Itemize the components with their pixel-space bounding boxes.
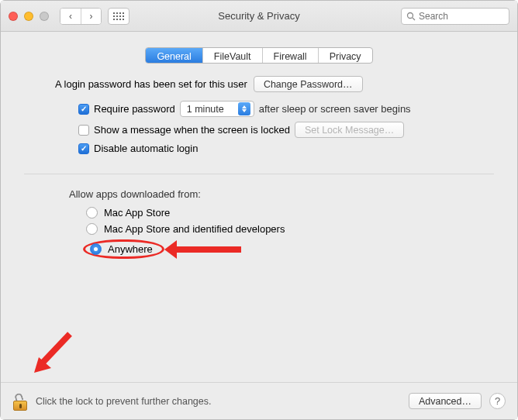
radio-mas-dev-row: Mac App Store and identified developers: [24, 221, 494, 237]
radio-mac-app-store[interactable]: [86, 207, 98, 219]
svg-rect-1: [116, 12, 118, 14]
password-info-text: A login password has been set for this u…: [55, 78, 247, 90]
radio-anywhere-row: Anywhere: [24, 237, 494, 261]
svg-line-13: [413, 18, 415, 20]
svg-rect-7: [123, 15, 124, 17]
svg-rect-9: [116, 19, 118, 20]
window-controls: [9, 12, 49, 21]
close-button[interactable]: [9, 12, 18, 21]
after-sleep-text: after sleep or screen saver begins: [259, 103, 411, 115]
require-password-label: Require password: [94, 103, 175, 115]
download-section: Allow apps downloaded from: Mac App Stor…: [1, 188, 517, 261]
content-area: A login password has been set for this u…: [1, 74, 517, 157]
svg-rect-0: [113, 12, 115, 14]
tab-general[interactable]: General: [146, 48, 202, 63]
password-info-row: A login password has been set for this u…: [24, 74, 494, 92]
svg-point-12: [408, 12, 413, 18]
radio-mas-label: Mac App Store: [104, 207, 170, 219]
tab-privacy[interactable]: Privacy: [318, 48, 372, 63]
search-field[interactable]: [401, 8, 509, 25]
svg-rect-10: [119, 19, 121, 20]
svg-rect-4: [113, 15, 115, 17]
show-message-label: Show a message when the screen is locked: [94, 124, 290, 136]
forward-button[interactable]: ›: [81, 9, 101, 24]
download-section-label: Allow apps downloaded from:: [24, 188, 494, 205]
window-title: Security & Privacy: [218, 10, 299, 22]
footer: Click the lock to prevent further change…: [1, 382, 517, 419]
back-button[interactable]: ‹: [60, 9, 81, 24]
lock-hint-text: Click the lock to prevent further change…: [36, 396, 212, 407]
change-password-button[interactable]: Change Password…: [254, 76, 363, 92]
require-password-row: Require password 1 minute after sleep or…: [24, 98, 494, 119]
tab-filevault[interactable]: FileVault: [202, 48, 262, 63]
annotation-arrow-right: [175, 246, 241, 253]
maximize-button: [40, 12, 49, 21]
show-message-checkbox[interactable]: [78, 125, 89, 136]
require-password-checkbox[interactable]: [78, 104, 89, 115]
disable-auto-login-checkbox[interactable]: [78, 143, 89, 154]
search-icon: [406, 12, 416, 21]
nav-back-forward: ‹ ›: [60, 8, 102, 25]
lock-button[interactable]: [12, 392, 28, 411]
show-all-button[interactable]: [108, 8, 130, 25]
help-button[interactable]: ?: [489, 393, 506, 409]
disable-auto-login-row: Disable automatic login: [24, 140, 494, 157]
tab-firewall[interactable]: Firewall: [262, 48, 318, 63]
radio-mas-and-developers[interactable]: [86, 223, 98, 235]
svg-marker-15: [34, 357, 51, 373]
tab-bar: General FileVault Firewall Privacy: [1, 32, 517, 74]
svg-rect-3: [123, 12, 124, 14]
svg-rect-11: [123, 19, 124, 20]
radio-anywhere-label: Anywhere: [108, 243, 153, 255]
show-message-row: Show a message when the screen is locked…: [24, 119, 494, 140]
radio-anywhere[interactable]: [90, 243, 102, 255]
disable-auto-login-label: Disable automatic login: [94, 143, 198, 154]
radio-mas-row: Mac App Store: [24, 205, 494, 221]
svg-rect-5: [116, 15, 118, 17]
divider: [24, 174, 494, 174]
require-password-delay-select[interactable]: 1 minute: [180, 101, 254, 117]
search-input[interactable]: [419, 11, 496, 22]
set-lock-message-button: Set Lock Message…: [295, 122, 404, 138]
lock-body-icon: [13, 401, 27, 411]
svg-rect-6: [119, 15, 121, 17]
preferences-window: ‹ › Security & Privacy General Fil: [0, 0, 518, 420]
svg-rect-2: [119, 12, 121, 14]
svg-line-14: [42, 334, 70, 363]
radio-mas-dev-label: Mac App Store and identified developers: [104, 223, 285, 235]
svg-rect-8: [113, 19, 115, 20]
select-stepper-icon: [238, 102, 250, 115]
minimize-button[interactable]: [24, 12, 33, 21]
annotation-circle: Anywhere: [83, 239, 164, 259]
grid-icon: [113, 12, 124, 20]
advanced-button[interactable]: Advanced…: [409, 393, 482, 409]
delay-value: 1 minute: [187, 104, 224, 115]
titlebar: ‹ › Security & Privacy: [1, 1, 517, 32]
annotation-arrow-to-lock: [29, 329, 76, 376]
